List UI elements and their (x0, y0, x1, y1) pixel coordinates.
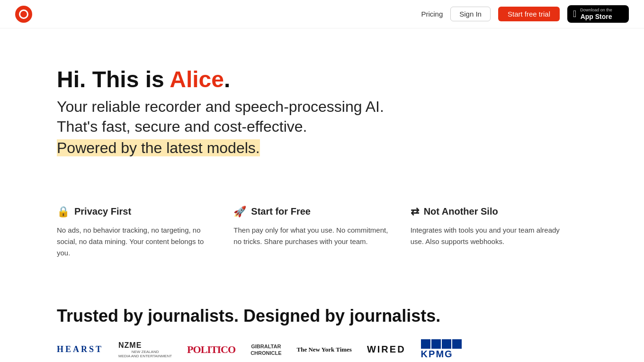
feature-free-title: Start for Free (251, 206, 311, 217)
appstore-button[interactable]:  Download on the App Store (567, 5, 629, 23)
hero-title: Hi. This is Alice. (57, 66, 587, 92)
arrows-icon: ⇄ (411, 206, 419, 218)
feature-free-desc: Then pay only for what you use. No commi… (233, 225, 391, 247)
hero-section: Hi. This is Alice. Your reliable recorde… (0, 28, 644, 187)
feature-silo-desc: Integrates with tools you and your team … (411, 225, 568, 247)
appstore-download-label: Download on the (580, 8, 612, 13)
hero-brand-name: Alice (170, 67, 224, 92)
logo-kpmg: KPMG (421, 340, 462, 359)
feature-silo-title: Not Another Silo (424, 206, 498, 217)
logo-icon[interactable] (15, 6, 32, 23)
hero-powered-text: Powered by the latest models. (57, 139, 260, 156)
logo-inner-circle (19, 9, 28, 19)
feature-free-header: 🚀 Start for Free (233, 206, 391, 218)
lock-icon: 🔒 (57, 206, 70, 218)
hero-period: . (224, 67, 230, 92)
logo-nzme: NZME NEW ZEALANDMEDIA AND ENTERTAINMENT (118, 340, 172, 359)
features-section: 🔒 Privacy First No ads, no behavior trac… (0, 187, 644, 287)
hero-line2: That's fast, secure and cost-effective. (57, 117, 587, 137)
feature-silo: ⇄ Not Another Silo Integrates with tools… (411, 206, 587, 259)
hero-line1: Your reliable recorder and speech-proces… (57, 97, 587, 117)
logo-wired: WIRED (367, 340, 406, 359)
trusted-title: Trusted by journalists. Designed by jour… (57, 306, 587, 326)
nav-actions: Pricing Sign In Start free trial  Downl… (421, 5, 629, 23)
logo-politico: POLITICO (187, 340, 235, 359)
signin-button[interactable]: Sign In (450, 7, 491, 21)
feature-privacy-header: 🔒 Privacy First (57, 206, 215, 218)
apple-icon:  (573, 9, 576, 19)
hero-line3: Powered by the latest models. (57, 138, 587, 158)
feature-privacy-desc: No ads, no behavior tracking, no targeti… (57, 225, 215, 259)
logos-row-1: HEARST NZME NEW ZEALANDMEDIA AND ENTERTA… (57, 340, 587, 359)
feature-free: 🚀 Start for Free Then pay only for what … (233, 206, 410, 259)
pricing-link[interactable]: Pricing (421, 10, 443, 18)
feature-privacy: 🔒 Privacy First No ads, no behavior trac… (57, 206, 233, 259)
appstore-name-label: App Store (580, 13, 612, 21)
appstore-text-block: Download on the App Store (580, 8, 612, 21)
navbar: Pricing Sign In Start free trial  Downl… (0, 0, 644, 28)
trusted-section: Trusted by journalists. Designed by jour… (0, 287, 644, 362)
feature-privacy-title: Privacy First (74, 206, 131, 217)
logo-gibraltar: GIBRALTARCHRONICLE (250, 340, 281, 359)
nav-logo-area (15, 6, 32, 23)
hero-greeting: Hi. This is (57, 67, 170, 92)
logo-nyt: The New York Times (297, 340, 352, 359)
rocket-icon: 🚀 (233, 206, 246, 218)
logo-hearst: HEARST (57, 340, 103, 359)
trial-button[interactable]: Start free trial (498, 7, 560, 21)
feature-silo-header: ⇄ Not Another Silo (411, 206, 568, 218)
